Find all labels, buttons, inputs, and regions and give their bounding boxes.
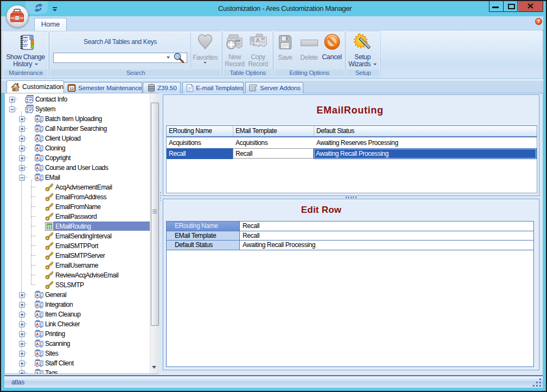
svg-text:A: A bbox=[256, 37, 260, 43]
svg-text:12: 12 bbox=[69, 86, 74, 91]
